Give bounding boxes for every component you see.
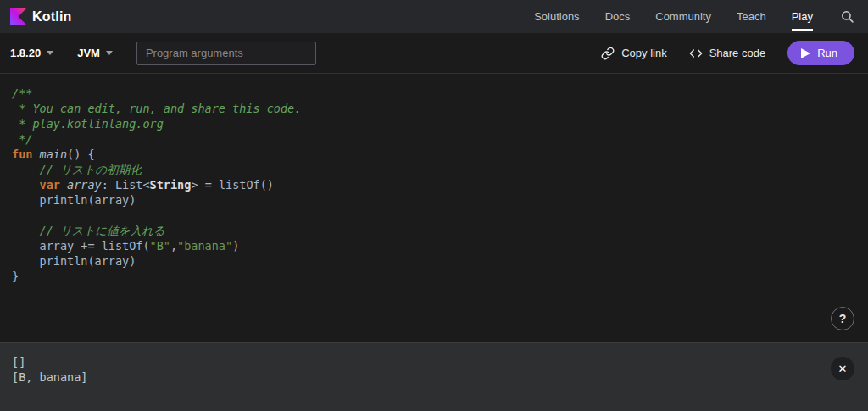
search-icon[interactable] — [840, 9, 854, 24]
chevron-down-icon — [106, 51, 113, 55]
toolbar-actions: Copy link Share code Run — [601, 41, 854, 65]
platform-dropdown[interactable]: JVM — [77, 47, 113, 59]
question-mark-icon: ? — [839, 312, 847, 325]
nav-links: Solutions Docs Community Teach Play — [534, 0, 854, 33]
copy-link-button[interactable]: Copy link — [601, 47, 666, 60]
console-output-line: [B, banana] — [12, 369, 868, 385]
share-code-label: Share code — [709, 47, 766, 59]
brand-name: Kotlin — [32, 9, 72, 25]
copy-link-label: Copy link — [621, 47, 666, 59]
output-console: [] [B, banana] ✕ — [0, 342, 868, 411]
run-label: Run — [817, 47, 837, 59]
nav-item-docs[interactable]: Docs — [605, 0, 631, 33]
playground-toolbar: 1.8.20 JVM Copy link Share code — [0, 33, 868, 74]
top-nav: Kotlin Solutions Docs Community Teach Pl… — [0, 0, 868, 33]
close-console-button[interactable]: ✕ — [831, 357, 854, 380]
nav-item-solutions[interactable]: Solutions — [534, 0, 579, 33]
console-output-line: [] — [12, 354, 868, 369]
play-icon — [801, 48, 810, 58]
kotlin-logo[interactable]: Kotlin — [10, 8, 72, 25]
run-button[interactable]: Run — [787, 41, 854, 65]
nav-item-play[interactable]: Play — [792, 0, 813, 33]
share-code-button[interactable]: Share code — [689, 47, 766, 60]
platform-value: JVM — [77, 47, 100, 59]
close-icon: ✕ — [838, 363, 848, 375]
nav-item-teach[interactable]: Teach — [737, 0, 766, 33]
chevron-down-icon — [47, 51, 53, 55]
code-lines: /** * You can edit, run, and share this … — [12, 86, 868, 284]
kotlin-version-dropdown[interactable]: 1.8.20 — [10, 47, 53, 59]
link-icon — [601, 47, 615, 60]
code-editor[interactable]: /** * You can edit, run, and share this … — [0, 74, 868, 342]
kotlin-logo-icon — [10, 8, 26, 25]
help-button[interactable]: ? — [831, 307, 854, 330]
nav-item-community[interactable]: Community — [655, 0, 711, 33]
code-brackets-icon — [689, 47, 703, 60]
kotlin-version-value: 1.8.20 — [10, 47, 41, 59]
program-arguments-input[interactable] — [136, 42, 316, 65]
